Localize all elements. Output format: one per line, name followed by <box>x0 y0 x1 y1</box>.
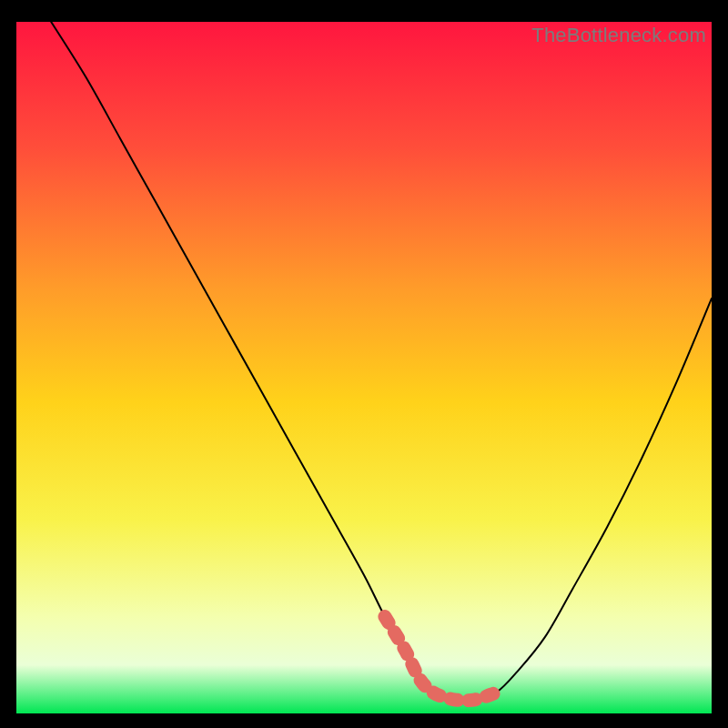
gradient-background <box>16 22 712 713</box>
watermark-label: TheBottleneck.com <box>531 24 706 47</box>
chart-frame: TheBottleneck.com <box>16 22 712 713</box>
bottleneck-chart <box>16 22 712 713</box>
